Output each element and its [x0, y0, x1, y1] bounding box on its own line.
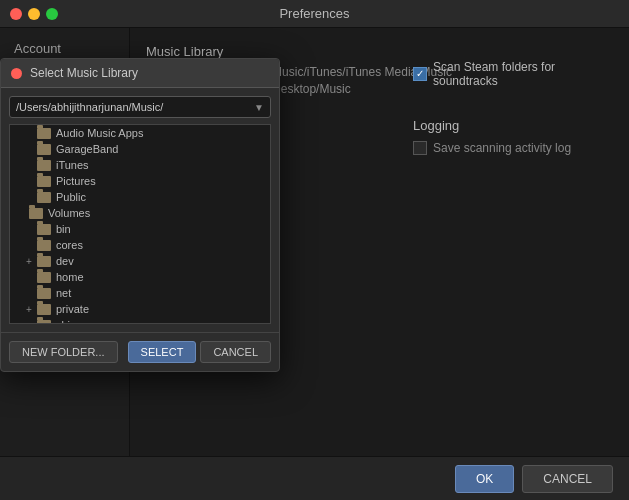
select-music-library-dialog: Select Music Library /Users/abhijithnarj…	[0, 58, 280, 372]
folder-icon	[29, 208, 43, 219]
dialog-title: Select Music Library	[30, 66, 138, 80]
tree-item-private[interactable]: +private	[10, 301, 270, 317]
tree-item-pictures[interactable]: Pictures	[10, 173, 270, 189]
select-button[interactable]: SELECT	[128, 341, 197, 363]
current-path-text: /Users/abhijithnarjunan/Music/	[16, 101, 250, 113]
tree-item-garageband[interactable]: GarageBand	[10, 141, 270, 157]
dialog-buttons: NEW FOLDER... SELECT CANCEL	[1, 332, 279, 371]
tree-item-net[interactable]: net	[10, 285, 270, 301]
minimize-button[interactable]	[28, 8, 40, 20]
folder-icon	[37, 144, 51, 155]
file-tree[interactable]: Audio Music AppsGarageBandiTunesPictures…	[9, 124, 271, 324]
tree-item-public[interactable]: Public	[10, 189, 270, 205]
dialog-body: /Users/abhijithnarjunan/Music/ ▼ Audio M…	[1, 88, 279, 332]
folder-icon	[37, 160, 51, 171]
cancel-button[interactable]: CANCEL	[522, 465, 613, 493]
scan-label: Scan Steam folders for soundtracks	[433, 60, 613, 88]
tree-item-sbin[interactable]: sbin	[10, 317, 270, 324]
dialog-cancel-button[interactable]: CANCEL	[200, 341, 271, 363]
tree-item-volumes[interactable]: Volumes	[10, 205, 270, 221]
new-folder-button[interactable]: NEW FOLDER...	[9, 341, 118, 363]
dialog-close-button[interactable]	[11, 68, 22, 79]
folder-icon	[37, 192, 51, 203]
folder-icon	[37, 272, 51, 283]
window-title: Preferences	[279, 6, 349, 21]
scan-option[interactable]: ✓ Scan Steam folders for soundtracks	[413, 60, 613, 88]
folder-icon	[37, 176, 51, 187]
path-dropdown[interactable]: /Users/abhijithnarjunan/Music/ ▼	[9, 96, 271, 118]
tree-item-audio-music-apps[interactable]: Audio Music Apps	[10, 125, 270, 141]
titlebar: Preferences	[0, 0, 629, 28]
tree-item-dev[interactable]: +dev	[10, 253, 270, 269]
logging-section: Logging Save scanning activity log	[413, 118, 613, 155]
folder-icon	[37, 224, 51, 235]
folder-icon	[37, 256, 51, 267]
folder-icon	[37, 288, 51, 299]
close-button[interactable]	[10, 8, 22, 20]
tree-item-itunes[interactable]: iTunes	[10, 157, 270, 173]
folder-icon	[37, 240, 51, 251]
logging-title: Logging	[413, 118, 613, 133]
dropdown-arrow-icon: ▼	[254, 102, 264, 113]
check-mark: ✓	[416, 69, 424, 79]
content-area: Music Library /Users/abhijithnarjunan/Mu…	[130, 28, 629, 456]
folder-icon	[37, 320, 51, 325]
tree-item-home[interactable]: home	[10, 269, 270, 285]
main-layout: AccountFriendsFamilyIn-GameIn-Home Strea…	[0, 28, 629, 456]
ok-button[interactable]: OK	[455, 465, 514, 493]
log-checkbox[interactable]	[413, 141, 427, 155]
tree-item-bin[interactable]: bin	[10, 221, 270, 237]
maximize-button[interactable]	[46, 8, 58, 20]
dialog-titlebar: Select Music Library	[1, 59, 279, 88]
folder-icon	[37, 128, 51, 139]
tree-item-cores[interactable]: cores	[10, 237, 270, 253]
folder-icon	[37, 304, 51, 315]
log-label: Save scanning activity log	[433, 141, 571, 155]
log-option[interactable]: Save scanning activity log	[413, 141, 613, 155]
titlebar-buttons	[10, 8, 58, 20]
scan-checkbox[interactable]: ✓	[413, 67, 427, 81]
bottom-bar: OK CANCEL	[0, 456, 629, 500]
